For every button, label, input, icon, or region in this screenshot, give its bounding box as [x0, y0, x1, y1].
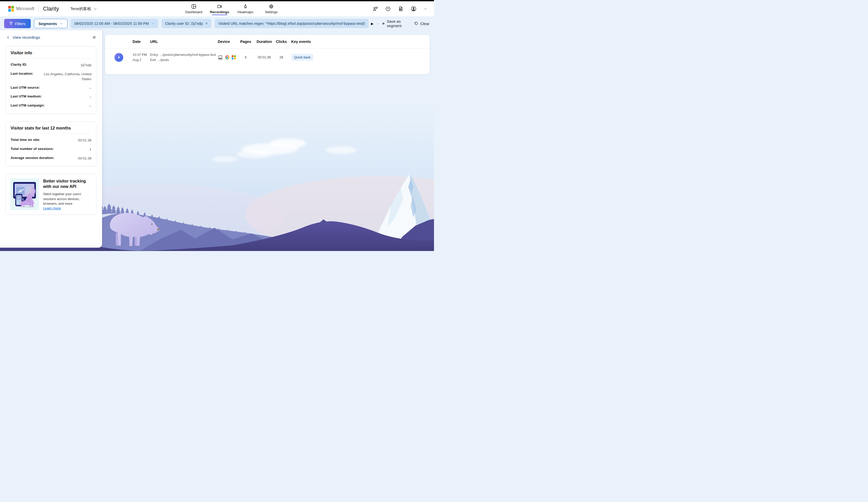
recordings-table-card: Date URL Device Pages Duration Clicks Ke…: [105, 35, 430, 74]
row-label: Last location:: [11, 72, 33, 82]
recording-date: Aug 2: [133, 57, 150, 62]
feedback-icon[interactable]: [373, 6, 378, 12]
chip-expand-icon[interactable]: ▶: [371, 22, 373, 26]
promo-title: Better visitor tracking with our new API: [43, 178, 92, 189]
view-recordings-back-link[interactable]: View recordings: [6, 35, 40, 40]
recording-row[interactable]: 10:37 PM Aug 2 Entry: .../posts/cybersec…: [105, 49, 430, 62]
product-name: Clarity: [43, 6, 59, 12]
filter-actions: Save as segment Clear: [382, 19, 434, 28]
main-nav: Dashboard Recordings Heatmaps Settings: [183, 1, 282, 16]
visitor-stats-card: Visitor stats for last 12 months Total t…: [6, 121, 96, 166]
tab-heatmaps[interactable]: Heatmaps: [234, 1, 257, 16]
save-icon: [382, 21, 385, 26]
col-header-url: URL: [150, 40, 218, 44]
account-chevron-down-icon[interactable]: [424, 7, 427, 11]
filter-chip-date-range[interactable]: 08/02/2025 12:00 AM - 08/02/2025 11:59 P…: [71, 19, 158, 28]
row-value: 00:01:36: [78, 156, 92, 161]
cell-url: Entry: .../posts/cybersecurity/msf-bypas…: [150, 52, 218, 62]
tab-label: Heatmaps: [237, 10, 254, 14]
visitor-side-panel: View recordings « Visitor info Clarity I…: [0, 30, 102, 248]
chip-label: Clarity user ID: 1lj7xdp: [165, 21, 203, 26]
row-value: 1lj7xdp: [80, 62, 92, 68]
microsoft-wordmark: Microsoft: [16, 6, 34, 11]
entry-url: Entry: .../posts/cybersecurity/msf-bypas…: [150, 52, 218, 57]
windows-icon: [232, 55, 236, 59]
promo-body: Stitch together your users' sessions acr…: [43, 192, 92, 206]
row-label: Last UTM source:: [11, 86, 40, 91]
col-header-date: Date: [133, 40, 150, 44]
settings-icon: [268, 3, 274, 9]
cell-date: 10:37 PM Aug 2: [133, 52, 150, 62]
tab-label: Recordings: [210, 10, 229, 14]
filters-button[interactable]: Filters: [4, 19, 31, 28]
row-label: Total number of sessions:: [11, 147, 54, 152]
card-title: Visitor stats for last 12 months: [11, 126, 92, 131]
chip-label: 08/02/2025 12:00 AM - 08/02/2025 11:59 P…: [74, 21, 149, 26]
tab-settings[interactable]: Settings: [260, 1, 282, 16]
browser-top-strip: [0, 0, 434, 1]
filter-icon: [9, 22, 13, 25]
col-header-device: Device: [218, 40, 238, 44]
stats-row-total-sessions: Total number of sessions: 1: [11, 147, 92, 152]
project-selector[interactable]: Teror的客栈: [71, 7, 97, 11]
microsoft-logo-icon: [8, 6, 14, 12]
filter-bar: Filters Segments 08/02/2025 12:00 AM - 0…: [0, 19, 434, 28]
account-icon[interactable]: [411, 6, 417, 12]
play-recording-button[interactable]: [114, 53, 123, 62]
row-label: Clarity ID:: [11, 62, 27, 68]
promo-illustration: [10, 178, 39, 210]
row-label: Total time on site:: [11, 138, 40, 143]
brand: Microsoft Clarity: [0, 6, 59, 12]
learn-more-link[interactable]: Learn more: [43, 206, 92, 210]
clear-filters-button[interactable]: Clear: [413, 21, 429, 26]
row-value: 00:01:36: [78, 138, 92, 143]
release-notes-icon[interactable]: [398, 6, 404, 12]
recording-time: 10:37 PM: [133, 52, 150, 57]
info-row-utm-campaign: Last UTM campaign: --: [11, 103, 92, 109]
collapse-panel-icon[interactable]: «: [93, 34, 96, 40]
visitor-info-card: Visitor info Clarity ID: 1lj7xdp Last lo…: [6, 46, 96, 114]
filter-chip-clarity-user-id[interactable]: Clarity user ID: 1lj7xdp ×: [162, 19, 211, 28]
undo-icon: [413, 21, 418, 26]
row-value: --: [89, 103, 92, 109]
cell-clicks: 26: [276, 55, 287, 59]
tab-dashboard[interactable]: Dashboard: [183, 1, 205, 16]
dashboard-icon: [191, 3, 197, 9]
chevron-down-icon[interactable]: [152, 22, 154, 25]
segments-label: Segments: [39, 21, 57, 26]
segments-button[interactable]: Segments: [34, 19, 68, 28]
laptop-icon: [218, 55, 223, 60]
filters-label: Filters: [15, 21, 25, 26]
save-as-segment-button[interactable]: Save as segment: [382, 19, 404, 28]
info-row-last-location: Last location: Los Angeles, California, …: [11, 72, 92, 82]
api-promo-card: Better visitor tracking with our new API…: [6, 174, 96, 214]
row-label: Last UTM campaign:: [11, 103, 45, 109]
tab-recordings[interactable]: Recordings: [208, 1, 231, 16]
tab-label: Settings: [265, 10, 278, 14]
exit-url: Exit: .../posts: [150, 57, 218, 62]
card-title: Visitor info: [11, 51, 92, 55]
heatmaps-icon: [242, 3, 248, 9]
filter-chip-visited-url-regex[interactable]: Visited URL matches regex: ^https://blog…: [215, 19, 369, 28]
chrome-icon: [225, 55, 229, 59]
col-header-clicks: Clicks: [276, 40, 287, 44]
key-event-badge: Quick back: [291, 54, 313, 61]
close-icon[interactable]: ×: [205, 21, 208, 26]
top-bar: Microsoft Clarity Teror的客栈 Dashboard Rec…: [0, 1, 434, 16]
help-icon[interactable]: ?: [385, 6, 391, 12]
cell-duration: 00:01:36: [253, 55, 276, 59]
topbar-actions: ?: [373, 6, 434, 12]
info-row-utm-medium: Last UTM medium: --: [11, 94, 92, 100]
info-row-utm-source: Last UTM source: --: [11, 86, 92, 91]
row-label: Last UTM medium:: [11, 94, 42, 100]
row-value: --: [89, 86, 92, 91]
cell-device: [218, 55, 238, 60]
col-header-key-events: Key events: [287, 40, 430, 44]
chip-label: Visited URL matches regex: ^https://blog…: [218, 21, 365, 26]
row-label: Average session duration:: [11, 156, 54, 161]
chevron-down-icon: [60, 22, 63, 25]
panel-header: View recordings «: [0, 30, 102, 42]
stats-row-total-time: Total time on site: 00:01:36: [11, 138, 92, 143]
close-icon[interactable]: ×: [376, 21, 379, 26]
clear-label: Clear: [420, 21, 429, 26]
